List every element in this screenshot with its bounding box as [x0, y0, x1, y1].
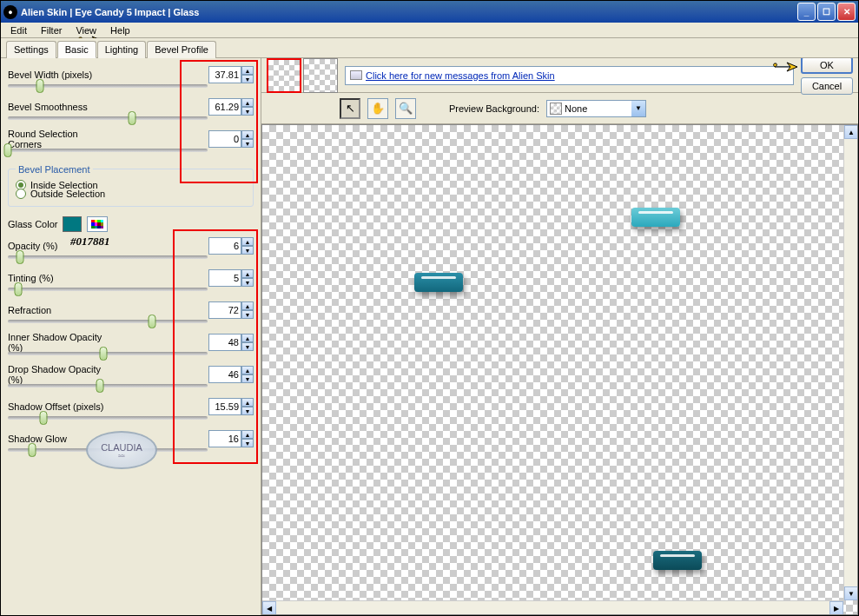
shadow-glow-down[interactable]: ▼	[241, 439, 254, 447]
glass-color-hex: #017881	[70, 235, 110, 248]
hand-tool-icon[interactable]: ✋	[367, 98, 388, 119]
window-title: Alien Skin | Eye Candy 5 Impact | Glass	[21, 7, 797, 17]
param-refraction: Refraction ▲▼	[8, 301, 254, 320]
message-link[interactable]: Click here for new messages from Alien S…	[366, 70, 555, 81]
tinting-label: Tinting (%)	[8, 273, 112, 283]
settings-panel: Bevel Width (pixels) ▲▼ Bevel Smoothness…	[1, 58, 261, 615]
round-corners-slider[interactable]	[8, 149, 208, 152]
checker-background	[262, 125, 857, 614]
close-button[interactable]: ✕	[837, 3, 856, 21]
bevel-width-label: Bevel Width (pixels)	[8, 70, 112, 80]
app-icon: ●	[3, 5, 17, 19]
inner-shadow-input[interactable]	[208, 334, 241, 351]
ok-button[interactable]: OK	[801, 58, 853, 74]
refraction-input[interactable]	[208, 301, 241, 319]
drop-shadow-down[interactable]: ▼	[241, 374, 254, 383]
round-corners-input[interactable]	[208, 130, 241, 148]
opacity-down[interactable]: ▼	[241, 246, 254, 255]
bevel-smoothness-down[interactable]: ▼	[241, 107, 254, 116]
round-corners-up[interactable]: ▲	[241, 130, 254, 139]
tab-lighting[interactable]: Lighting	[97, 41, 147, 58]
tab-basic[interactable]: Basic	[57, 41, 96, 58]
shadow-glow-label: Shadow Glow	[8, 434, 112, 444]
bevel-placement-legend: Bevel Placement	[16, 164, 93, 175]
tinting-input[interactable]	[208, 269, 241, 287]
move-tool-icon[interactable]: ↖	[340, 98, 360, 119]
message-bar[interactable]: Click here for new messages from Alien S…	[345, 66, 794, 85]
glass-color-swatch[interactable]	[63, 216, 82, 232]
refraction-up[interactable]: ▲	[241, 301, 254, 310]
menu-view[interactable]: View	[69, 24, 102, 36]
minimize-button[interactable]: _	[797, 3, 816, 21]
glass-color-label: Glass Color	[8, 219, 57, 229]
tinting-slider[interactable]	[8, 288, 208, 291]
bevel-smoothness-input[interactable]	[208, 98, 241, 116]
menu-bar: Edit Filter View Help	[1, 23, 858, 38]
drop-shadow-slider[interactable]	[8, 384, 208, 387]
preview-bg-label: Preview Background:	[449, 103, 539, 114]
shadow-offset-slider[interactable]	[8, 416, 208, 420]
glass-color-row: Glass Color	[8, 216, 254, 232]
preview-panel: Click here for new messages from Alien S…	[261, 58, 858, 615]
glass-shape-1	[414, 273, 463, 292]
bevel-width-slider[interactable]	[8, 84, 208, 88]
checker-icon	[550, 103, 562, 115]
drop-shadow-up[interactable]: ▲	[241, 366, 254, 374]
opacity-input[interactable]	[208, 237, 241, 255]
round-corners-down[interactable]: ▼	[241, 139, 254, 148]
scrollbar-vertical[interactable]: ▲▼	[843, 125, 857, 600]
menu-help[interactable]: Help	[104, 24, 136, 36]
tab-settings[interactable]: Settings	[6, 41, 56, 58]
tinting-down[interactable]: ▼	[241, 278, 254, 287]
param-inner-shadow: Inner Shadow Opacity (%) ▲▼	[8, 333, 254, 352]
param-drop-shadow: Drop Shadow Opacity (%) ▲▼	[8, 365, 254, 384]
preview-thumbnail-2[interactable]	[303, 58, 338, 93]
shadow-offset-label: Shadow Offset (pixels)	[8, 401, 112, 412]
bevel-width-down[interactable]: ▼	[241, 75, 254, 83]
shadow-offset-down[interactable]: ▼	[241, 407, 254, 415]
glass-color-picker[interactable]	[87, 216, 108, 232]
shadow-glow-slider[interactable]	[8, 448, 208, 452]
chevron-down-icon: ▼	[631, 101, 645, 116]
inner-shadow-up[interactable]: ▲	[241, 334, 254, 342]
preview-area[interactable]: ▲▼ ◀▶	[261, 124, 858, 615]
bevel-width-up[interactable]: ▲	[241, 66, 254, 75]
scrollbar-horizontal[interactable]: ◀▶	[262, 600, 843, 614]
inner-shadow-down[interactable]: ▼	[241, 342, 254, 351]
inner-shadow-slider[interactable]	[8, 352, 208, 355]
param-round-corners: Round Selection Corners ▲▼	[8, 129, 254, 149]
refraction-down[interactable]: ▼	[241, 310, 254, 319]
opacity-slider[interactable]	[8, 255, 208, 259]
bevel-smoothness-up[interactable]: ▲	[241, 98, 254, 107]
opacity-up[interactable]: ▲	[241, 237, 254, 246]
menu-edit[interactable]: Edit	[4, 24, 33, 36]
shadow-glow-up[interactable]: ▲	[241, 430, 254, 439]
glass-shape-3	[653, 551, 702, 570]
shadow-offset-input[interactable]	[208, 398, 241, 415]
refraction-slider[interactable]	[8, 320, 208, 323]
maximize-button[interactable]: ☐	[817, 3, 836, 21]
zoom-tool-icon[interactable]: 🔍	[395, 98, 416, 119]
bevel-smoothness-slider[interactable]	[8, 116, 208, 120]
tab-bevel-profile[interactable]: Bevel Profile	[147, 41, 216, 58]
glass-shape-2	[631, 208, 680, 227]
tinting-up[interactable]: ▲	[241, 269, 254, 278]
cancel-button[interactable]: Cancel	[801, 77, 853, 95]
menu-filter[interactable]: Filter	[35, 24, 68, 36]
tool-row: ↖ ✋ 🔍 Preview Background: None ▼	[261, 93, 858, 124]
drop-shadow-input[interactable]	[208, 366, 241, 383]
refraction-label: Refraction	[8, 305, 112, 315]
tab-row: Settings Basic Lighting Bevel Profile	[1, 38, 858, 58]
preview-thumbnail-1[interactable]	[267, 58, 301, 93]
param-tinting: Tinting (%) ▲▼	[8, 268, 254, 288]
preview-bg-dropdown[interactable]: None ▼	[546, 100, 646, 117]
title-bar: ● Alien Skin | Eye Candy 5 Impact | Glas…	[1, 1, 858, 23]
param-opacity: Opacity (%) #017881 ▲▼	[8, 236, 254, 255]
bevel-placement-group: Bevel Placement Inside Selection Outside…	[8, 169, 254, 207]
message-icon	[350, 70, 362, 80]
param-shadow-offset: Shadow Offset (pixels) ▲▼	[8, 397, 254, 416]
bevel-width-input[interactable]	[208, 66, 241, 83]
radio-outside-selection[interactable]: Outside Selection	[16, 189, 246, 199]
shadow-offset-up[interactable]: ▲	[241, 398, 254, 407]
shadow-glow-input[interactable]	[208, 430, 241, 447]
